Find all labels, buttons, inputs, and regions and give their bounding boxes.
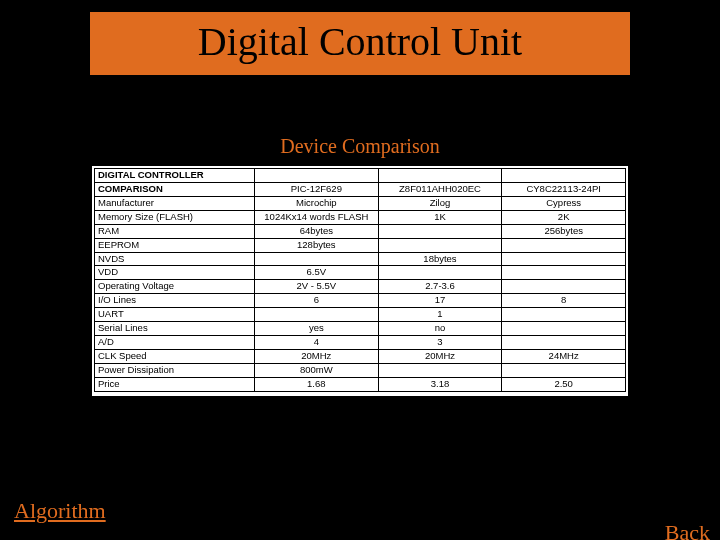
row-value: 128bytes [255, 238, 379, 252]
back-link[interactable]: Back [665, 520, 710, 540]
table-header-spacer [502, 169, 626, 183]
row-value: 64bytes [255, 224, 379, 238]
device-header: Z8F011AHH020EC [378, 182, 502, 196]
row-value: 6.5V [255, 266, 379, 280]
table-row: ManufacturerMicrochipZilogCypress [95, 196, 626, 210]
row-value: 17 [378, 294, 502, 308]
table-row: A/D43 [95, 336, 626, 350]
row-label: Operating Voltage [95, 280, 255, 294]
row-value [255, 252, 379, 266]
row-value: 2K [502, 210, 626, 224]
row-label: UART [95, 308, 255, 322]
row-value: 2.7-3.6 [378, 280, 502, 294]
slide: Digital Control Unit Device Comparison D… [0, 12, 720, 540]
table-row: EEPROM128bytes [95, 238, 626, 252]
subtitle: Device Comparison [0, 135, 720, 158]
row-value: 4 [255, 336, 379, 350]
row-value [502, 336, 626, 350]
row-value: 8 [502, 294, 626, 308]
row-value: 800mW [255, 363, 379, 377]
row-value: Cypress [502, 196, 626, 210]
row-label: Price [95, 377, 255, 391]
row-value: 20MHz [378, 349, 502, 363]
row-value: 3 [378, 336, 502, 350]
table-row: Memory Size (FLASH)1024Kx14 words FLASH1… [95, 210, 626, 224]
row-value [378, 238, 502, 252]
row-value: 6 [255, 294, 379, 308]
row-value [502, 252, 626, 266]
row-label: Manufacturer [95, 196, 255, 210]
table-row: RAM64bytes256bytes [95, 224, 626, 238]
row-value: yes [255, 322, 379, 336]
row-value: 20MHz [255, 349, 379, 363]
row-value [255, 308, 379, 322]
row-label: Serial Lines [95, 322, 255, 336]
table-row: Operating Voltage2V - 5.5V2.7-3.6 [95, 280, 626, 294]
table-row: NVDS18bytes [95, 252, 626, 266]
row-value: 2.50 [502, 377, 626, 391]
row-value: Zilog [378, 196, 502, 210]
comparison-table: DIGITAL CONTROLLERCOMPARISONPIC-12F629Z8… [94, 168, 626, 392]
row-value [378, 224, 502, 238]
table-row: Power Dissipation800mW [95, 363, 626, 377]
row-label: RAM [95, 224, 255, 238]
row-label: EEPROM [95, 238, 255, 252]
page-title: Digital Control Unit [90, 18, 630, 65]
table-header-label: DIGITAL CONTROLLER [95, 169, 255, 183]
title-bar: Digital Control Unit [90, 12, 630, 75]
row-value [378, 363, 502, 377]
row-label: Memory Size (FLASH) [95, 210, 255, 224]
row-value [378, 266, 502, 280]
row-value: 18bytes [378, 252, 502, 266]
row-label: I/O Lines [95, 294, 255, 308]
table-row: VDD6.5V [95, 266, 626, 280]
table-row: Serial Linesyesno [95, 322, 626, 336]
row-value [502, 322, 626, 336]
row-value: 1.68 [255, 377, 379, 391]
comparison-table-container: DIGITAL CONTROLLERCOMPARISONPIC-12F629Z8… [92, 166, 628, 396]
row-value: 1024Kx14 words FLASH [255, 210, 379, 224]
row-value: 24MHz [502, 349, 626, 363]
row-value [502, 266, 626, 280]
row-label: CLK Speed [95, 349, 255, 363]
device-header: PIC-12F629 [255, 182, 379, 196]
row-value: 3.18 [378, 377, 502, 391]
table-header-spacer [378, 169, 502, 183]
row-value [502, 363, 626, 377]
row-label: A/D [95, 336, 255, 350]
algorithm-link[interactable]: Algorithm [14, 498, 106, 524]
table-header-label: COMPARISON [95, 182, 255, 196]
table-header-spacer [255, 169, 379, 183]
row-value: 1 [378, 308, 502, 322]
table-row: CLK Speed20MHz20MHz24MHz [95, 349, 626, 363]
row-value: Microchip [255, 196, 379, 210]
row-value [502, 280, 626, 294]
device-header: CY8C22113-24PI [502, 182, 626, 196]
row-value: 256bytes [502, 224, 626, 238]
row-value [502, 238, 626, 252]
table-row: Price1.683.182.50 [95, 377, 626, 391]
table-row: UART1 [95, 308, 626, 322]
row-value [502, 308, 626, 322]
row-value: no [378, 322, 502, 336]
row-value: 2V - 5.5V [255, 280, 379, 294]
row-label: NVDS [95, 252, 255, 266]
row-label: Power Dissipation [95, 363, 255, 377]
row-value: 1K [378, 210, 502, 224]
table-row: I/O Lines6178 [95, 294, 626, 308]
row-label: VDD [95, 266, 255, 280]
